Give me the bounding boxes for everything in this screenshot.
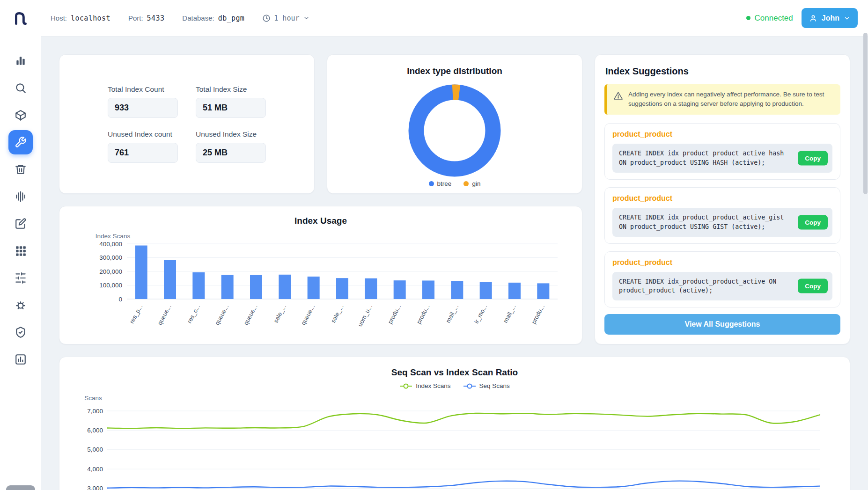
scrollbar-thumb[interactable] — [863, 33, 868, 194]
suggestion-card: product_product CREATE INDEX idx_product… — [604, 123, 840, 180]
index-usage-card: Index Usage Index Scans0100,000200,00030… — [59, 206, 582, 344]
port-value: 5433 — [147, 14, 165, 22]
suggestions-list: product_product CREATE INDEX idx_product… — [604, 123, 840, 308]
legend-dot — [463, 181, 469, 186]
stat-item-0: Total Index Count 933 — [108, 85, 178, 118]
user-menu-button[interactable]: John — [802, 8, 858, 28]
legend-item-btree[interactable]: btree — [429, 180, 452, 187]
sidebar-item-index-tools[interactable] — [8, 130, 33, 154]
time-range-value: 1 hour — [274, 14, 299, 22]
copy-button[interactable]: Copy — [798, 215, 828, 229]
stat-item-2: Unused Index count 761 — [108, 130, 178, 163]
stat-label: Unused Index count — [108, 130, 178, 139]
legend-label: gin — [472, 180, 480, 187]
edit-icon — [15, 218, 27, 230]
svg-text:produ...: produ... — [386, 303, 402, 325]
svg-text:queue...: queue... — [156, 303, 172, 326]
sidebar-item-dashboard[interactable] — [8, 49, 33, 73]
view-all-suggestions-button[interactable]: View All Suggestions — [604, 314, 840, 335]
user-icon — [809, 14, 817, 22]
bug-icon — [15, 299, 27, 311]
ratio-chart-title: Seq Scan vs Index Scan Ratio — [71, 367, 839, 378]
copy-button[interactable]: Copy — [798, 279, 828, 293]
svg-text:5,000: 5,000 — [87, 446, 103, 453]
sidebar-item-debug[interactable] — [8, 293, 33, 317]
host-field: Host: localhost — [51, 14, 110, 22]
svg-text:uom_u...: uom_u... — [356, 303, 374, 328]
stat-item-3: Unused Index Size 25 MB — [196, 130, 266, 163]
sidebar-item-security[interactable] — [8, 320, 33, 344]
stat-label: Total Index Size — [196, 85, 266, 94]
sidebar-item-cleanup[interactable] — [8, 157, 33, 182]
database-value: db_pgm — [218, 14, 245, 22]
suggestion-table-name: product_product — [612, 130, 832, 139]
svg-text:200,000: 200,000 — [99, 268, 122, 275]
app-logo[interactable] — [0, 0, 41, 37]
stat-value: 761 — [108, 143, 178, 163]
stat-value: 51 MB — [196, 98, 266, 118]
audio-lines-icon — [15, 190, 27, 203]
top-bar: Host: localhost Port: 5433 Database: db_… — [41, 0, 868, 37]
warning-text: Adding every index can negatively affect… — [628, 90, 834, 109]
svg-text:res_p...: res_p... — [128, 303, 144, 324]
header-right: Connected John — [746, 8, 858, 28]
svg-text:res_c...: res_c... — [186, 303, 201, 324]
svg-text:produ...: produ... — [530, 303, 546, 325]
status-dot — [746, 16, 750, 20]
legend-item-gin[interactable]: gin — [463, 180, 480, 187]
sidebar-item-tables[interactable] — [8, 239, 33, 263]
database-label: Database: — [182, 14, 214, 22]
sidebar-item-objects[interactable] — [8, 103, 33, 127]
wrench-icon — [15, 136, 27, 148]
usage-chart-title: Index Usage — [71, 216, 571, 226]
connection-info: Host: localhost Port: 5433 Database: db_… — [51, 14, 310, 22]
svg-text:7,000: 7,000 — [87, 408, 103, 415]
svg-text:produ...: produ... — [415, 303, 431, 325]
copy-button[interactable]: Copy — [798, 151, 828, 165]
sidebar-item-reports[interactable] — [8, 347, 33, 372]
legend-dot — [429, 181, 434, 186]
clock-icon — [262, 14, 271, 22]
svg-text:sale_...: sale_... — [272, 303, 287, 324]
sidebar-item-activity[interactable] — [8, 184, 33, 209]
suggestions-title: Index Suggestions — [605, 66, 840, 77]
suggestion-card: product_product CREATE INDEX idx_product… — [604, 251, 840, 308]
port-field: Port: 5433 — [128, 14, 164, 22]
cube-icon — [15, 109, 27, 121]
suggestion-sql: CREATE INDEX idx_product_product_active_… — [612, 208, 832, 237]
svg-text:6,000: 6,000 — [87, 427, 103, 434]
svg-text:3,000: 3,000 — [87, 485, 103, 490]
host-value: localhost — [71, 14, 110, 22]
legend-label: Index Scans — [416, 382, 450, 389]
dashboard-content: Total Index Count 933Total Index Size 51… — [41, 37, 868, 490]
sidebar-collapse-handle[interactable] — [6, 485, 35, 490]
suggestion-table-name: product_product — [612, 194, 832, 203]
index-type-card: Index type distribution btreegin — [327, 54, 582, 194]
donut-chart-title: Index type distribution — [338, 66, 572, 76]
sidebar-item-search[interactable] — [8, 76, 33, 100]
sidebar-item-editor[interactable] — [8, 212, 33, 236]
status-text: Connected — [755, 14, 793, 23]
page-scrollbar[interactable] — [863, 33, 868, 487]
database-field: Database: db_pgm — [182, 14, 244, 22]
svg-text:queue...: queue... — [242, 303, 258, 326]
stat-value: 933 — [108, 98, 178, 118]
user-name: John — [822, 14, 839, 22]
legend-item-index-scans[interactable]: Index Scans — [399, 382, 450, 389]
chart-panel-icon — [15, 353, 27, 366]
bar-chart-icon — [15, 55, 27, 67]
sliders-icon — [15, 272, 27, 284]
donut-legend: btreegin — [338, 180, 572, 187]
legend-item-seq-scans[interactable]: Seq Scans — [463, 382, 510, 389]
main-column: Host: localhost Port: 5433 Database: db_… — [41, 0, 868, 490]
svg-text:300,000: 300,000 — [99, 254, 122, 261]
connection-status: Connected — [746, 14, 793, 23]
sidebar-item-filters[interactable] — [8, 266, 33, 290]
time-range-select[interactable]: 1 hour — [262, 14, 309, 22]
ratio-chart: Scans7,0006,0005,0004,0003,000 — [71, 392, 839, 490]
svg-text:4,000: 4,000 — [87, 466, 103, 473]
warning-triangle-icon — [613, 91, 623, 101]
ratio-legend: Index ScansSeq Scans — [71, 382, 839, 389]
index-usage-chart: Index Scans0100,000200,000300,000400,000… — [71, 232, 572, 340]
index-type-donut — [338, 76, 572, 180]
